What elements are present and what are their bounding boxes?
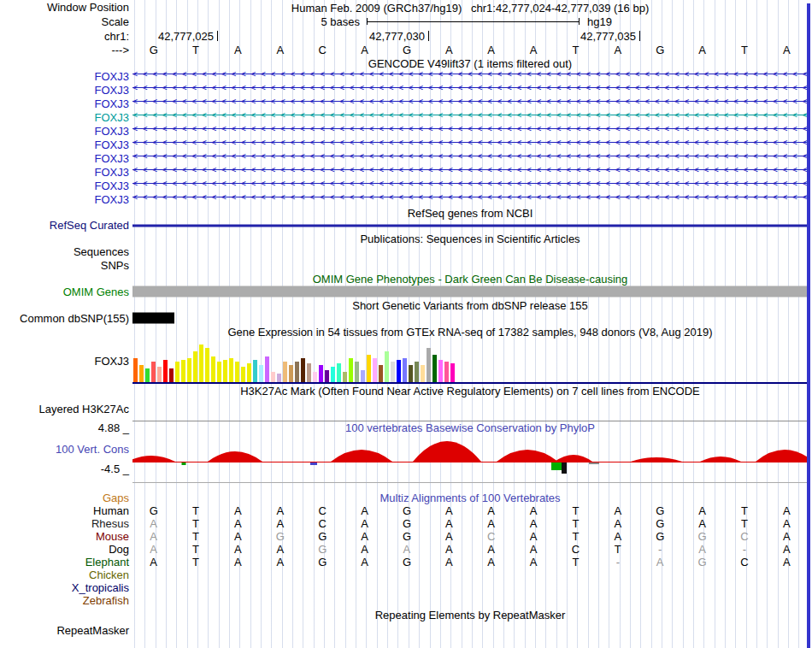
gtex-bar[interactable] (157, 367, 162, 382)
repeatmasker-label[interactable]: RepeatMasker (0, 624, 132, 637)
gtex-bar[interactable] (277, 374, 281, 382)
gtex-bar[interactable] (403, 358, 407, 382)
gtex-bar[interactable] (181, 360, 185, 382)
phylop-conservation-plot[interactable] (132, 434, 808, 475)
scale-row: Scale 5 bases hg19 (0, 15, 812, 29)
alignment-base: T (723, 517, 765, 530)
gtex-bar[interactable] (133, 358, 138, 382)
gtex-bar[interactable] (259, 365, 263, 382)
refseq-gene-bar[interactable] (132, 224, 808, 227)
sequences-label[interactable]: Sequences (0, 245, 132, 258)
transcript-arrow-line[interactable]: <<<<<<<<<<<<<<<<<<<<<<<<<<<<<<<<<<<<<<<<… (132, 192, 808, 203)
omim-gene-bar[interactable] (132, 286, 808, 297)
species-label[interactable]: Human (0, 504, 132, 517)
alignment-gap: - (597, 556, 638, 568)
gencode-transcript-label[interactable]: FOXJ3 (0, 125, 132, 138)
transcript-arrow-line[interactable]: <<<<<<<<<<<<<<<<<<<<<<<<<<<<<<<<<<<<<<<<… (132, 165, 808, 175)
transcript-arrow-line[interactable]: <<<<<<<<<<<<<<<<<<<<<<<<<<<<<<<<<<<<<<<<… (132, 110, 808, 121)
gtex-bar[interactable] (379, 365, 383, 382)
gtex-bar[interactable] (217, 362, 221, 382)
gtex-bar[interactable] (301, 358, 305, 382)
gtex-bar[interactable] (253, 360, 257, 382)
gtex-bar[interactable] (385, 351, 389, 382)
gencode-transcript-label[interactable]: FOXJ3 (0, 180, 132, 192)
gencode-transcript-label[interactable]: FOXJ3 (0, 111, 132, 124)
layered-h3k27ac-label[interactable]: Layered H3K27Ac (0, 403, 132, 415)
species-label[interactable]: X_tropicalis (0, 581, 132, 594)
gtex-bar[interactable] (307, 363, 311, 382)
gtex-bar[interactable] (343, 372, 347, 382)
gtex-bar[interactable] (163, 360, 168, 382)
gtex-bar[interactable] (355, 362, 359, 382)
transcript-arrow-line[interactable]: <<<<<<<<<<<<<<<<<<<<<<<<<<<<<<<<<<<<<<<<… (132, 124, 808, 134)
gtex-bar[interactable] (319, 365, 323, 382)
gtex-bar[interactable] (199, 345, 203, 382)
species-label[interactable]: Dog (0, 543, 132, 556)
gtex-bar[interactable] (421, 365, 425, 382)
gtex-bar[interactable] (205, 348, 209, 382)
gencode-transcript-label[interactable]: FOXJ3 (0, 138, 132, 151)
gtex-bar[interactable] (295, 362, 299, 382)
gtex-bar[interactable] (391, 362, 395, 382)
transcript-arrow-line[interactable]: <<<<<<<<<<<<<<<<<<<<<<<<<<<<<<<<<<<<<<<<… (132, 97, 808, 107)
gencode-transcript-label[interactable]: FOXJ3 (0, 152, 132, 165)
gencode-transcript-label[interactable]: FOXJ3 (0, 193, 132, 206)
gtex-bar[interactable] (229, 358, 233, 382)
gtex-bar[interactable] (211, 356, 215, 382)
gaps-label[interactable]: Gaps (0, 492, 132, 504)
gtex-bar[interactable] (247, 363, 251, 382)
gtex-bar[interactable] (289, 365, 293, 382)
gtex-bar[interactable] (145, 368, 150, 382)
phylop-track-label[interactable]: 100 Vert. Cons (56, 443, 129, 456)
transcript-arrow-line[interactable]: <<<<<<<<<<<<<<<<<<<<<<<<<<<<<<<<<<<<<<<<… (132, 69, 808, 80)
snps-label[interactable]: SNPs (0, 259, 132, 272)
species-label[interactable]: Zebrafish (0, 594, 132, 607)
gtex-bar[interactable] (169, 368, 174, 382)
gencode-transcript-label[interactable]: FOXJ3 (0, 84, 132, 97)
species-label[interactable]: Rhesus (0, 517, 132, 530)
gencode-transcript-label[interactable]: FOXJ3 (0, 97, 132, 110)
gtex-bar[interactable] (427, 348, 431, 382)
gtex-bar[interactable] (444, 362, 449, 382)
gtex-bar[interactable] (223, 360, 227, 382)
gtex-bar[interactable] (241, 367, 245, 382)
gtex-bar[interactable] (283, 362, 287, 382)
gtex-bar[interactable] (415, 362, 419, 382)
gtex-bar[interactable] (271, 372, 275, 382)
gtex-bar[interactable] (450, 363, 455, 382)
gtex-bar[interactable] (349, 358, 353, 382)
gtex-bar[interactable] (139, 365, 144, 382)
gencode-transcript-label[interactable]: FOXJ3 (0, 166, 132, 179)
common-dbsnp-label[interactable]: Common dbSNP(155) (0, 312, 132, 325)
gtex-bar[interactable] (409, 365, 413, 382)
gtex-bar[interactable] (337, 363, 341, 382)
gtex-bar[interactable] (151, 362, 156, 382)
gtex-bar[interactable] (397, 360, 401, 382)
gtex-bar[interactable] (432, 355, 437, 382)
species-label[interactable]: Elephant (0, 556, 132, 568)
gtex-bar[interactable] (325, 370, 329, 382)
gtex-bar[interactable] (367, 355, 371, 382)
snp-variant-bar[interactable] (132, 313, 174, 324)
gtex-bar[interactable] (361, 370, 365, 382)
gtex-bar-chart[interactable] (133, 339, 456, 382)
gtex-gene-label[interactable]: FOXJ3 (0, 355, 132, 368)
transcript-arrow-line[interactable]: <<<<<<<<<<<<<<<<<<<<<<<<<<<<<<<<<<<<<<<<… (132, 179, 808, 189)
gtex-bar[interactable] (331, 367, 335, 382)
gencode-transcript-label[interactable]: FOXJ3 (0, 70, 132, 83)
gtex-bar[interactable] (373, 358, 377, 382)
gtex-bar[interactable] (187, 358, 191, 382)
species-label[interactable]: Chicken (0, 568, 132, 581)
species-label[interactable]: Mouse (0, 530, 132, 543)
gtex-bar[interactable] (313, 372, 317, 382)
refseq-curated-label[interactable]: RefSeq Curated (0, 219, 132, 232)
omim-genes-label[interactable]: OMIM Genes (0, 286, 132, 298)
gtex-bar[interactable] (193, 351, 197, 382)
transcript-arrow-line[interactable]: <<<<<<<<<<<<<<<<<<<<<<<<<<<<<<<<<<<<<<<<… (132, 151, 808, 162)
gtex-bar[interactable] (438, 360, 443, 382)
transcript-arrow-line[interactable]: <<<<<<<<<<<<<<<<<<<<<<<<<<<<<<<<<<<<<<<<… (132, 83, 808, 93)
gtex-bar[interactable] (235, 362, 239, 382)
gtex-bar[interactable] (265, 356, 269, 382)
transcript-arrow-line[interactable]: <<<<<<<<<<<<<<<<<<<<<<<<<<<<<<<<<<<<<<<<… (132, 138, 808, 148)
gtex-bar[interactable] (175, 362, 179, 382)
